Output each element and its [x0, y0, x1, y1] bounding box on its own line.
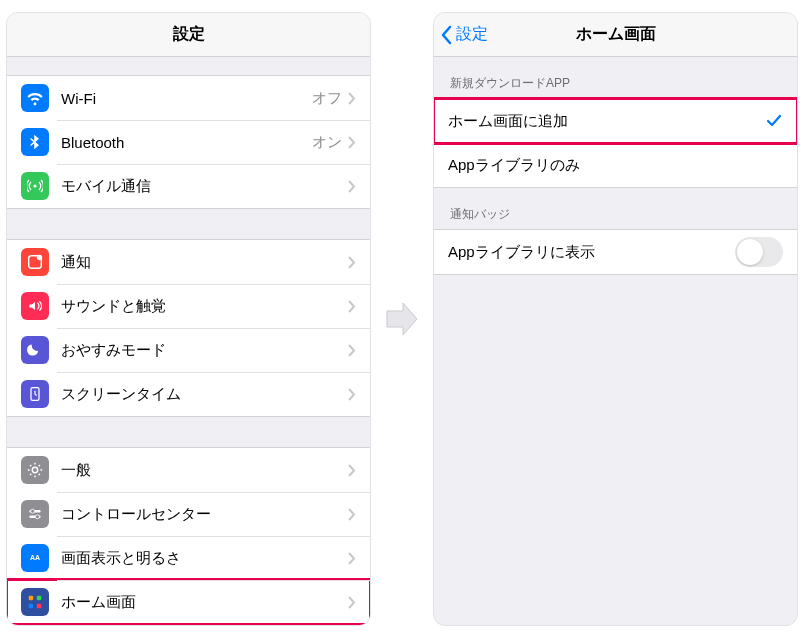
homescreen-icon: [21, 588, 49, 616]
display-icon: AA: [21, 544, 49, 572]
row-label: モバイル通信: [61, 177, 348, 196]
dnd-icon: [21, 336, 49, 364]
chevron-right-icon: [348, 136, 356, 149]
controlcenter-icon: [21, 500, 49, 528]
section-header-new-downloads: 新規ダウンロードAPP: [434, 57, 797, 98]
chevron-right-icon: [348, 344, 356, 357]
row-label: コントロールセンター: [61, 505, 348, 524]
header: 設定 ホーム画面: [434, 13, 797, 57]
row-value: オン: [312, 133, 342, 152]
homescreen-settings-screen: 設定 ホーム画面 新規ダウンロードAPP ホーム画面に追加 Appライブラリのみ…: [433, 12, 798, 626]
settings-row-dnd[interactable]: おやすみモード: [7, 328, 370, 372]
row-label: 一般: [61, 461, 348, 480]
row-label: 画面表示と明るさ: [61, 549, 348, 568]
option-label: ホーム画面に追加: [448, 112, 765, 131]
settings-row-screentime[interactable]: スクリーンタイム: [7, 372, 370, 416]
svg-point-7: [31, 509, 35, 513]
svg-point-4: [32, 467, 37, 472]
settings-row-notification[interactable]: 通知: [7, 240, 370, 284]
svg-point-0: [33, 184, 36, 187]
row-label: おやすみモード: [61, 341, 348, 360]
chevron-right-icon: [348, 300, 356, 313]
back-button[interactable]: 設定: [440, 24, 488, 45]
row-label: Wi-Fi: [61, 90, 312, 107]
sound-icon: [21, 292, 49, 320]
header: 設定: [7, 13, 370, 57]
chevron-right-icon: [348, 464, 356, 477]
chevron-right-icon: [348, 388, 356, 401]
chevron-left-icon: [440, 25, 454, 45]
settings-list: Wi-FiオフBluetoothオンモバイル通信通知サウンドと触覚おやすみモード…: [7, 57, 370, 625]
page-title: 設定: [173, 24, 205, 45]
row-label: サウンドと触覚: [61, 297, 348, 316]
row-label: 通知: [61, 253, 348, 272]
toggle-switch[interactable]: [735, 237, 783, 267]
section-header-badges: 通知バッジ: [434, 188, 797, 229]
general-icon: [21, 456, 49, 484]
settings-row-wifi[interactable]: Wi-Fiオフ: [7, 76, 370, 120]
svg-text:AA: AA: [30, 554, 40, 561]
settings-row-general[interactable]: 一般: [7, 448, 370, 492]
settings-row-cellular[interactable]: モバイル通信: [7, 164, 370, 208]
svg-rect-11: [37, 596, 42, 601]
option-add-to-home[interactable]: ホーム画面に追加: [434, 99, 797, 143]
row-value: オフ: [312, 89, 342, 108]
settings-row-homescreen[interactable]: ホーム画面: [7, 580, 370, 624]
settings-row-controlcenter[interactable]: コントロールセンター: [7, 492, 370, 536]
chevron-right-icon: [348, 552, 356, 565]
option-app-library-only[interactable]: Appライブラリのみ: [434, 143, 797, 187]
chevron-right-icon: [348, 508, 356, 521]
settings-row-sound[interactable]: サウンドと触覚: [7, 284, 370, 328]
wifi-icon: [21, 84, 49, 112]
badge-group: Appライブラリに表示: [434, 229, 797, 275]
svg-rect-10: [29, 596, 34, 601]
settings-screen: 設定 Wi-FiオフBluetoothオンモバイル通信通知サウンドと触覚おやすみ…: [6, 12, 371, 626]
settings-row-accessibility[interactable]: アクセシビリティ: [7, 624, 370, 625]
notification-icon: [21, 248, 49, 276]
option-label: Appライブラリのみ: [448, 156, 783, 175]
new-download-group: ホーム画面に追加 Appライブラリのみ: [434, 98, 797, 188]
check-icon: [765, 112, 783, 130]
settings-group: Wi-FiオフBluetoothオンモバイル通信: [7, 75, 370, 209]
settings-group: 通知サウンドと触覚おやすみモードスクリーンタイム: [7, 239, 370, 417]
svg-rect-13: [37, 604, 42, 609]
row-label: スクリーンタイム: [61, 385, 348, 404]
chevron-right-icon: [348, 256, 356, 269]
page-title: ホーム画面: [576, 24, 656, 45]
row-label: ホーム画面: [61, 593, 348, 612]
chevron-right-icon: [348, 180, 356, 193]
settings-row-display[interactable]: AA画面表示と明るさ: [7, 536, 370, 580]
svg-rect-12: [29, 604, 34, 609]
settings-group: 一般コントロールセンターAA画面表示と明るさホーム画面アクセシビリティ壁紙: [7, 447, 370, 625]
chevron-right-icon: [348, 596, 356, 609]
svg-point-8: [35, 515, 39, 519]
chevron-right-icon: [348, 92, 356, 105]
back-label: 設定: [456, 24, 488, 45]
screentime-icon: [21, 380, 49, 408]
toggle-label: Appライブラリに表示: [448, 243, 735, 262]
bluetooth-icon: [21, 128, 49, 156]
toggle-show-in-library[interactable]: Appライブラリに表示: [434, 230, 797, 274]
row-label: Bluetooth: [61, 134, 312, 151]
settings-row-bluetooth[interactable]: Bluetoothオン: [7, 120, 370, 164]
cellular-icon: [21, 172, 49, 200]
transition-arrow-icon: [383, 297, 421, 341]
svg-point-2: [37, 255, 42, 260]
